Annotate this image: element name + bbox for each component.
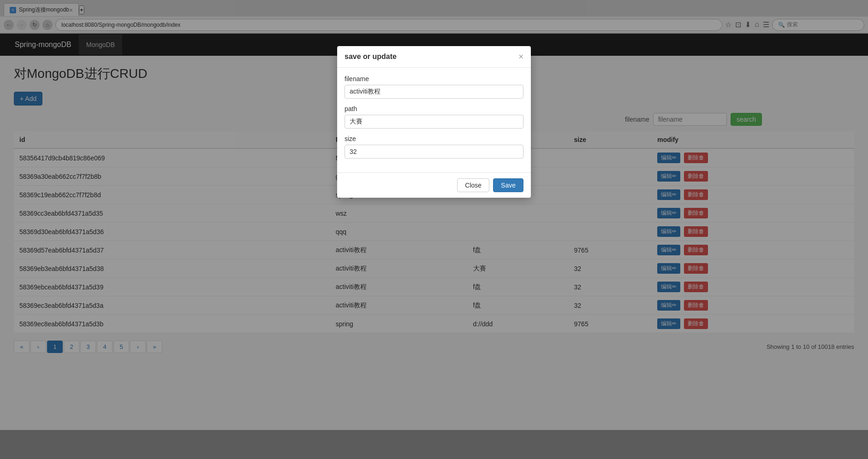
path-group: path — [345, 105, 523, 129]
close-button[interactable]: Close — [457, 178, 489, 192]
size-group: size — [345, 135, 523, 159]
path-label: path — [345, 105, 523, 112]
modal-footer: Close Save — [337, 172, 531, 198]
size-input[interactable] — [345, 145, 523, 159]
size-label: size — [345, 135, 523, 142]
modal-overlay[interactable]: save or update × filename path size Clos… — [0, 0, 868, 459]
filename-label: filename — [345, 75, 523, 82]
filename-input[interactable] — [345, 85, 523, 99]
modal: save or update × filename path size Clos… — [337, 46, 531, 198]
filename-group: filename — [345, 75, 523, 99]
modal-header: save or update × — [337, 46, 531, 68]
save-button[interactable]: Save — [493, 178, 523, 192]
modal-body: filename path size — [337, 68, 531, 172]
modal-title: save or update — [345, 53, 397, 61]
path-input[interactable] — [345, 115, 523, 129]
modal-close-x-button[interactable]: × — [518, 53, 523, 61]
